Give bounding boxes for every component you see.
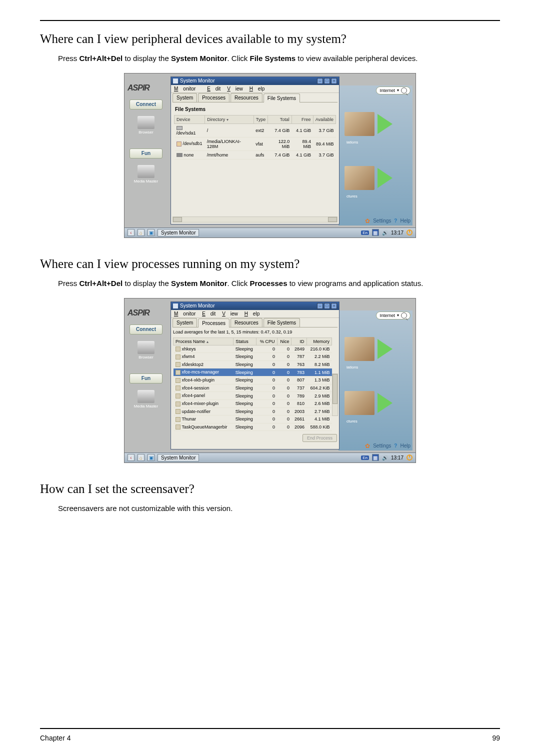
help-link[interactable]: Help xyxy=(400,443,410,448)
col-nice[interactable]: Nice xyxy=(277,338,292,345)
table-row[interactable]: xfce-mcs-managerSleeping007831.1 MiB xyxy=(174,368,332,376)
table-row[interactable]: TaskQueueManagerbirSleeping002096588.0 K… xyxy=(174,423,332,431)
table-row[interactable]: /dev/sda1/ext27.4 GiB4.1 GiB3.7 GiB xyxy=(174,124,336,137)
back-button[interactable]: ‹ xyxy=(128,229,134,236)
close-icon[interactable]: × xyxy=(331,303,337,309)
preview-tile-1[interactable]: iations xyxy=(344,104,410,144)
table-row[interactable]: xfce4-xkb-pluginSleeping008071.3 MiB xyxy=(174,376,332,384)
col-name[interactable]: Process Name ▴ xyxy=(174,338,234,345)
table-row[interactable]: xhkeysSleeping002849216.0 KiB xyxy=(174,345,332,353)
col-id[interactable]: ID xyxy=(292,338,306,345)
heading-q1: Where can I view peripheral devices avai… xyxy=(40,32,500,46)
process-icon xyxy=(176,346,180,352)
search-icon[interactable] xyxy=(401,312,407,318)
tab-resources[interactable]: Resources xyxy=(230,318,262,327)
fun-button[interactable]: Fun xyxy=(130,148,162,158)
table-row[interactable]: none/mnt/homeaufs7.4 GiB4.1 GiB3.7 GiB xyxy=(174,150,336,159)
up-button[interactable]: ▣ xyxy=(148,229,154,236)
media-master-icon[interactable]: Media Master xyxy=(134,162,158,186)
col-status[interactable]: Status xyxy=(234,338,256,345)
col-type[interactable]: Type xyxy=(254,115,268,124)
tab-filesystems[interactable]: File Systems xyxy=(264,94,300,102)
col-cpu[interactable]: % CPU xyxy=(256,338,277,345)
internet-dropdown[interactable]: Internet▾ xyxy=(376,312,410,320)
process-icon xyxy=(176,409,180,414)
gear-icon[interactable]: ✿ xyxy=(365,218,370,224)
screenshot-processes: ASPIR Connect Browser Fun Media Master I… xyxy=(124,298,416,463)
clock: 13:17 xyxy=(391,455,404,460)
col-free[interactable]: Free xyxy=(292,115,313,124)
preview-tile-1[interactable]: iations xyxy=(344,330,410,368)
browser-icon[interactable]: Browser xyxy=(134,114,158,138)
search-icon[interactable] xyxy=(401,88,407,94)
home-button[interactable]: ⌂ xyxy=(138,454,144,461)
help-icon[interactable]: ? xyxy=(394,218,397,224)
gear-icon[interactable]: ✿ xyxy=(365,442,370,450)
tab-filesystems[interactable]: File Systems xyxy=(264,318,300,327)
up-button[interactable]: ▣ xyxy=(148,454,154,461)
table-row[interactable]: ThunarSleeping0026614.1 MiB xyxy=(174,416,332,424)
power-icon[interactable] xyxy=(406,454,412,460)
sd-icon xyxy=(176,142,182,146)
internet-dropdown[interactable]: Internet▾ xyxy=(376,86,410,94)
heading-q2: Where can I view processes running on my… xyxy=(40,257,500,271)
minimize-icon[interactable]: – xyxy=(317,78,323,84)
fun-button[interactable]: Fun xyxy=(130,374,162,384)
table-row[interactable]: xfce4-mixer-pluginSleeping008102.6 MiB xyxy=(174,400,332,408)
tab-system[interactable]: System xyxy=(172,93,197,102)
end-process-button[interactable]: End Process xyxy=(302,434,337,442)
keyboard-indicator[interactable]: En xyxy=(361,230,369,235)
preview-tile-2[interactable]: ctures xyxy=(344,158,410,198)
logo: ASPIR xyxy=(128,84,170,92)
tab-processes[interactable]: Processes xyxy=(198,318,230,328)
menu-bar[interactable]: Monitor Edit View Help xyxy=(171,310,339,318)
table-row[interactable]: update-notifierSleeping0020032.7 MiB xyxy=(174,408,332,416)
col-directory[interactable]: Directory ▾ xyxy=(205,115,254,124)
maximize-icon[interactable]: □ xyxy=(324,303,330,309)
hdd-icon xyxy=(176,126,182,130)
media-master-icon[interactable]: Media Master xyxy=(134,388,158,412)
col-device[interactable]: Device xyxy=(174,115,205,124)
play-icon xyxy=(378,168,392,188)
preview-tile-2[interactable]: ctures xyxy=(344,384,410,422)
scrollbar-vertical[interactable] xyxy=(332,374,338,416)
col-total[interactable]: Total xyxy=(268,115,292,124)
connect-button[interactable]: Connect xyxy=(130,324,162,334)
settings-link[interactable]: Settings xyxy=(373,443,391,448)
menu-bar[interactable]: Monitor Edit View Help xyxy=(171,85,339,93)
browser-icon[interactable]: Browser xyxy=(134,338,158,362)
scrollbar-horizontal[interactable] xyxy=(172,216,338,222)
tray-icon[interactable]: ▦ xyxy=(372,229,379,236)
tray-icon[interactable]: ▦ xyxy=(372,454,379,461)
back-button[interactable]: ‹ xyxy=(128,454,134,461)
col-available[interactable]: Available xyxy=(313,115,336,124)
play-icon xyxy=(378,114,392,134)
taskbar-item[interactable]: System Monitor xyxy=(158,454,199,462)
power-icon[interactable] xyxy=(406,230,412,236)
home-button[interactable]: ⌂ xyxy=(138,229,144,236)
help-icon[interactable]: ? xyxy=(394,443,397,448)
help-link[interactable]: Help xyxy=(400,218,410,224)
minimize-icon[interactable]: – xyxy=(317,303,323,309)
table-row[interactable]: xfce4-sessionSleeping00737604.2 KiB xyxy=(174,384,332,392)
table-row[interactable]: /dev/sdb1/media/LIONKAI-128Mvfat122.0 Mi… xyxy=(174,137,336,150)
process-icon xyxy=(176,417,180,422)
tab-system[interactable]: System xyxy=(172,318,197,327)
process-icon xyxy=(176,386,180,390)
table-row[interactable]: xfdesktop2Sleeping007638.2 MiB xyxy=(174,360,332,368)
table-row[interactable]: xfce4-panelSleeping007892.9 MiB xyxy=(174,392,332,400)
system-monitor-window: System Monitor – □ × Monitor Edit View H… xyxy=(170,302,340,450)
taskbar: ‹ ⌂ ▣ System Monitor En ▦ 🔊 13:17 xyxy=(124,452,416,462)
taskbar-item[interactable]: System Monitor xyxy=(158,229,199,236)
col-memory[interactable]: Memory xyxy=(306,338,332,345)
volume-icon[interactable]: 🔊 xyxy=(382,455,388,460)
settings-link[interactable]: Settings xyxy=(373,218,391,224)
table-row[interactable]: xfwm4Sleeping007872.2 MiB xyxy=(174,353,332,361)
close-icon[interactable]: × xyxy=(331,78,337,84)
keyboard-indicator[interactable]: En xyxy=(361,456,369,460)
connect-button[interactable]: Connect xyxy=(130,100,162,110)
tab-processes[interactable]: Processes xyxy=(198,93,230,102)
maximize-icon[interactable]: □ xyxy=(324,78,330,84)
volume-icon[interactable]: 🔊 xyxy=(382,230,388,236)
tab-resources[interactable]: Resources xyxy=(230,93,262,102)
